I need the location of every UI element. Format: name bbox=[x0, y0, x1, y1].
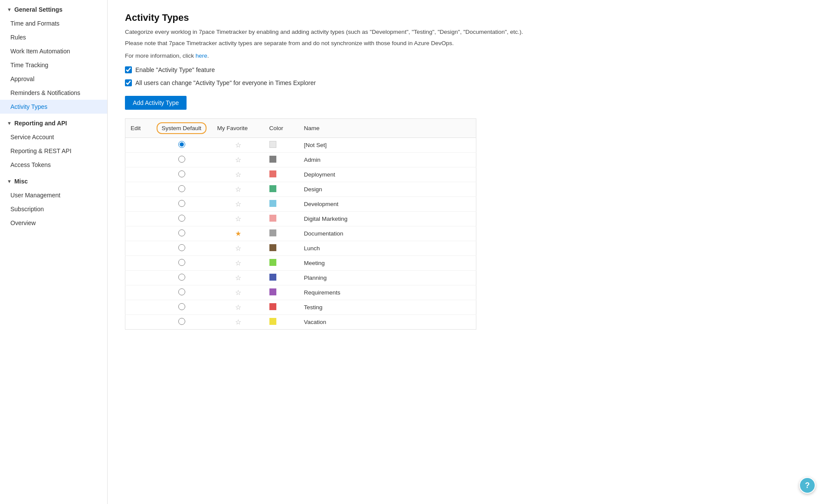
sidebar-item-time-and-formats[interactable]: Time and Formats bbox=[0, 16, 107, 30]
star-empty-icon-4[interactable]: ☆ bbox=[235, 186, 241, 193]
system-default-radio-1[interactable] bbox=[178, 141, 185, 148]
system-default-radio-8[interactable] bbox=[178, 244, 185, 251]
star-empty-icon-1[interactable]: ☆ bbox=[235, 141, 241, 149]
system-default-radio-11[interactable] bbox=[178, 288, 185, 295]
chevron-icon: ▼ bbox=[7, 7, 12, 12]
color-cell-6 bbox=[264, 211, 299, 226]
system-default-radio-10[interactable] bbox=[178, 274, 185, 281]
name-cell-13: Vacation bbox=[299, 314, 476, 329]
sidebar-item-subscription[interactable]: Subscription bbox=[0, 202, 107, 216]
activity-types-table: Edit System Default My Favorite Color Na… bbox=[125, 118, 476, 330]
system-default-cell-12 bbox=[151, 300, 212, 314]
color-swatch-1 bbox=[269, 141, 276, 148]
name-cell-11: Requirements bbox=[299, 285, 476, 300]
name-cell-3: Deployment bbox=[299, 167, 476, 182]
edit-cell-12 bbox=[125, 300, 151, 314]
edit-cell-8 bbox=[125, 241, 151, 255]
star-empty-icon-13[interactable]: ☆ bbox=[235, 318, 241, 326]
enable-activity-type-row: Enable "Activity Type" feature bbox=[125, 66, 809, 73]
table-row: ☆Digital Marketing bbox=[125, 211, 476, 226]
system-default-radio-2[interactable] bbox=[178, 156, 185, 163]
color-swatch-4 bbox=[269, 185, 276, 192]
help-button[interactable]: ? bbox=[799, 477, 816, 494]
color-cell-1 bbox=[264, 137, 299, 152]
star-empty-icon-5[interactable]: ☆ bbox=[235, 200, 241, 208]
all-users-change-checkbox[interactable] bbox=[125, 79, 132, 86]
sidebar-item-work-item-automation[interactable]: Work Item Automation bbox=[0, 44, 107, 58]
sidebar-section-general-settings[interactable]: ▼ General Settings bbox=[0, 0, 107, 16]
edit-cell-11 bbox=[125, 285, 151, 300]
sidebar-section-misc[interactable]: ▼ Misc bbox=[0, 172, 107, 188]
table-row: ☆Testing bbox=[125, 300, 476, 314]
table-row: ☆Admin bbox=[125, 152, 476, 167]
system-default-cell-1 bbox=[151, 137, 212, 152]
system-default-radio-9[interactable] bbox=[178, 259, 185, 266]
star-empty-icon-12[interactable]: ☆ bbox=[235, 304, 241, 311]
color-cell-3 bbox=[264, 167, 299, 182]
table-row: ☆Requirements bbox=[125, 285, 476, 300]
edit-cell-4 bbox=[125, 182, 151, 196]
system-default-radio-5[interactable] bbox=[178, 200, 185, 207]
desc2-text: Please note that 7pace Timetracker activ… bbox=[125, 40, 454, 46]
sidebar-item-user-management[interactable]: User Management bbox=[0, 188, 107, 202]
system-default-cell-6 bbox=[151, 211, 212, 226]
sidebar-item-approval[interactable]: Approval bbox=[0, 72, 107, 86]
add-activity-type-button[interactable]: Add Activity Type bbox=[125, 96, 187, 110]
name-cell-4: Design bbox=[299, 182, 476, 196]
table-row: ☆[Not Set] bbox=[125, 137, 476, 152]
system-default-radio-3[interactable] bbox=[178, 170, 185, 177]
chevron-icon-3: ▼ bbox=[7, 179, 12, 184]
star-empty-icon-9[interactable]: ☆ bbox=[235, 259, 241, 267]
sidebar-section-reporting-api[interactable]: ▼ Reporting and API bbox=[0, 114, 107, 130]
star-empty-icon-2[interactable]: ☆ bbox=[235, 156, 241, 164]
system-default-cell-9 bbox=[151, 255, 212, 270]
system-default-radio-7[interactable] bbox=[178, 229, 185, 236]
col-header-my-favorite: My Favorite bbox=[212, 118, 264, 137]
name-cell-2: Admin bbox=[299, 152, 476, 167]
sidebar-section-reporting-label: Reporting and API bbox=[14, 120, 67, 127]
favorite-cell-1: ☆ bbox=[212, 137, 264, 152]
col-header-color: Color bbox=[264, 118, 299, 137]
col-header-name: Name bbox=[299, 118, 476, 137]
sidebar-item-time-tracking[interactable]: Time Tracking bbox=[0, 58, 107, 72]
name-cell-6: Digital Marketing bbox=[299, 211, 476, 226]
sidebar-item-rules[interactable]: Rules bbox=[0, 30, 107, 44]
system-default-cell-5 bbox=[151, 196, 212, 211]
sidebar-item-service-account[interactable]: Service Account bbox=[0, 130, 107, 144]
star-filled-icon-7[interactable]: ★ bbox=[235, 230, 241, 237]
favorite-cell-10: ☆ bbox=[212, 270, 264, 285]
system-default-radio-4[interactable] bbox=[178, 185, 185, 192]
system-default-radio-12[interactable] bbox=[178, 303, 185, 310]
here-link[interactable]: here bbox=[196, 52, 207, 59]
page-title: Activity Types bbox=[125, 12, 809, 23]
system-default-radio-6[interactable] bbox=[178, 215, 185, 222]
system-default-cell-7 bbox=[151, 226, 212, 241]
color-swatch-11 bbox=[269, 288, 276, 295]
color-cell-11 bbox=[264, 285, 299, 300]
all-users-change-row: All users can change "Activity Type" for… bbox=[125, 79, 809, 86]
name-cell-1: [Not Set] bbox=[299, 137, 476, 152]
edit-cell-13 bbox=[125, 314, 151, 329]
name-cell-5: Development bbox=[299, 196, 476, 211]
star-empty-icon-8[interactable]: ☆ bbox=[235, 245, 241, 252]
star-empty-icon-10[interactable]: ☆ bbox=[235, 274, 241, 281]
sidebar-item-reminders-notifications[interactable]: Reminders & Notifications bbox=[0, 86, 107, 100]
sidebar-misc-items: User ManagementSubscriptionOverview bbox=[0, 188, 107, 230]
star-empty-icon-3[interactable]: ☆ bbox=[235, 171, 241, 178]
sidebar-item-reporting-rest-api[interactable]: Reporting & REST API bbox=[0, 144, 107, 158]
star-empty-icon-6[interactable]: ☆ bbox=[235, 215, 241, 223]
enable-activity-type-checkbox[interactable] bbox=[125, 66, 132, 73]
sidebar-item-access-tokens[interactable]: Access Tokens bbox=[0, 158, 107, 172]
table-row: ☆Lunch bbox=[125, 241, 476, 255]
sidebar-item-activity-types[interactable]: Activity Types bbox=[0, 100, 107, 114]
color-swatch-8 bbox=[269, 244, 276, 251]
color-swatch-10 bbox=[269, 274, 276, 281]
table-row: ☆Deployment bbox=[125, 167, 476, 182]
system-default-radio-13[interactable] bbox=[178, 318, 185, 325]
favorite-cell-13: ☆ bbox=[212, 314, 264, 329]
color-swatch-2 bbox=[269, 156, 276, 163]
sidebar-item-overview[interactable]: Overview bbox=[0, 216, 107, 230]
star-empty-icon-11[interactable]: ☆ bbox=[235, 289, 241, 296]
color-swatch-9 bbox=[269, 259, 276, 266]
name-cell-7: Documentation bbox=[299, 226, 476, 241]
